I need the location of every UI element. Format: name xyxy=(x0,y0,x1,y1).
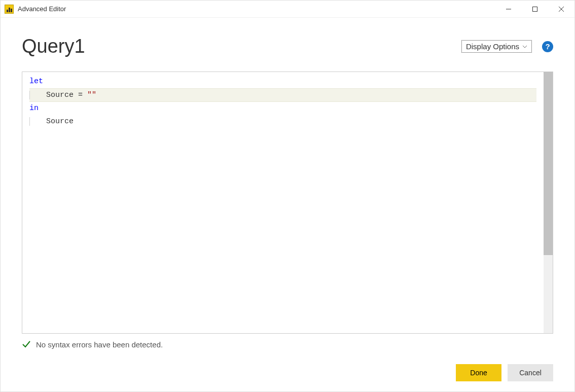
header-row: Query1 Display Options ? xyxy=(22,35,553,57)
query-title: Query1 xyxy=(22,35,85,57)
window-controls xyxy=(495,1,574,17)
window-title: Advanced Editor xyxy=(18,5,495,13)
svg-rect-1 xyxy=(533,7,537,11)
code-keyword-in: in xyxy=(29,104,39,113)
button-row: Done Cancel xyxy=(22,364,553,381)
header-controls: Display Options ? xyxy=(461,40,553,53)
status-row: No syntax errors have been detected. xyxy=(22,340,553,349)
maximize-icon xyxy=(532,6,538,12)
display-options-dropdown[interactable]: Display Options xyxy=(461,40,532,53)
minimize-icon xyxy=(506,6,512,12)
checkmark-icon xyxy=(22,340,31,349)
cancel-button[interactable]: Cancel xyxy=(508,364,553,381)
minimize-button[interactable] xyxy=(495,1,522,17)
editor-content[interactable]: letSource = ""inSource xyxy=(22,72,544,333)
maximize-button[interactable] xyxy=(522,1,548,17)
code-var-source: Source xyxy=(46,91,74,99)
code-return-source: Source xyxy=(46,117,74,126)
title-bar: Advanced Editor xyxy=(1,1,574,18)
close-icon xyxy=(558,6,564,12)
done-button[interactable]: Done xyxy=(456,364,501,381)
code-string-empty: "" xyxy=(87,91,96,99)
content-area: Query1 Display Options ? letSource = ""i… xyxy=(1,18,574,391)
close-button[interactable] xyxy=(548,1,574,17)
help-button[interactable]: ? xyxy=(542,41,553,52)
code-op-equals: = xyxy=(74,91,87,99)
status-message: No syntax errors have been detected. xyxy=(36,340,163,349)
scrollbar-vertical[interactable] xyxy=(544,72,553,333)
code-editor[interactable]: letSource = ""inSource xyxy=(22,72,553,334)
code-keyword-let: let xyxy=(29,77,43,86)
display-options-label: Display Options xyxy=(466,42,519,51)
chevron-down-icon xyxy=(522,44,527,49)
app-icon xyxy=(5,5,14,14)
scrollbar-thumb[interactable] xyxy=(544,72,553,255)
help-icon: ? xyxy=(545,42,550,51)
